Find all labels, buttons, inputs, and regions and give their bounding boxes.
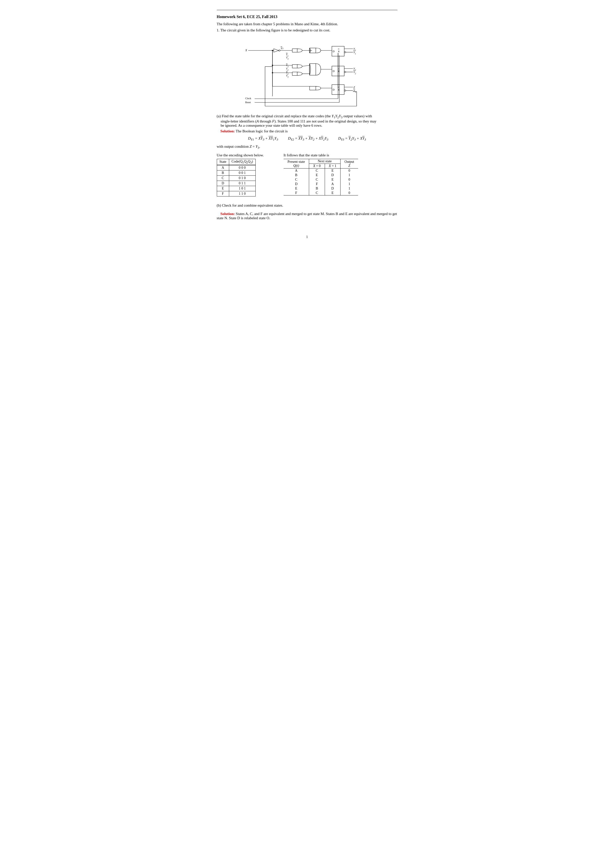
top-rule	[217, 10, 397, 10]
svg-text:Reset: Reset	[245, 101, 251, 104]
equation-dy1: DY1 = XY3 + XY1Y3	[248, 136, 278, 141]
encoding-label: Use the encoding shown below.	[217, 153, 264, 157]
page-title: Homework Set 6, ECE 25, Fall 2013	[217, 15, 397, 19]
table-row: F1 1 0	[217, 191, 256, 196]
page-number: 1	[217, 235, 397, 239]
next-state-section: It follows that the state table is Prese…	[284, 153, 358, 195]
equations-block: DY1 = XY3 + XY1Y3 DY2 = XY3 + XY2 + XY2Y…	[217, 136, 397, 141]
equation-dy2: DY2 = XY3 + XY2 + XY2Y3	[288, 136, 329, 141]
solution-a-text: Solution: The Boolean logic for the circ…	[217, 129, 397, 133]
svg-text:Z: Z	[354, 85, 355, 88]
table-row: E1 0 1	[217, 186, 256, 191]
encoding-left: Use the encoding shown below. State Code…	[217, 153, 264, 197]
svg-text:C: C	[338, 48, 340, 50]
svg-rect-0	[243, 37, 372, 108]
table-row: C0 1 0	[217, 175, 256, 181]
solution-b-label: Solution:	[220, 212, 235, 216]
next-state-table-wrap: Present stateQ(t) Next state OutputZ X =…	[284, 159, 358, 195]
equation-dy3: DY3 = Y2Y3 + XY3	[338, 136, 366, 141]
table-row: B E D 1	[284, 173, 358, 177]
x0-header: X = 0	[309, 164, 325, 169]
circuit-diagram: X Y3 Y1 Y3	[217, 37, 397, 108]
output-condition: with output condition Z = Y3.	[217, 144, 397, 150]
solution-a-label: Solution:	[220, 129, 235, 133]
svg-text:X: X	[245, 48, 247, 52]
encoding-section: Use the encoding shown below. State Code…	[217, 153, 397, 197]
svg-text:D: D	[333, 88, 335, 91]
output-header: OutputZ	[341, 159, 358, 169]
present-state-header: Present stateQ(t)	[284, 159, 309, 169]
table-row: F C E 0	[284, 191, 358, 195]
svg-text:D: D	[333, 70, 335, 73]
next-state-header: Next state	[309, 159, 341, 164]
part-a-label: (a) Find the state table for the origina…	[217, 114, 397, 128]
table-row: B0 0 1	[217, 170, 256, 175]
col-state: State	[217, 159, 229, 165]
part-b-label: (b) Check for and combine equivalent sta…	[217, 203, 397, 208]
encoding-table: State Code(Q1Q2Q3) A0 0 0 B0 0 1 C0 1 0 …	[217, 159, 256, 197]
next-state-label: It follows that the state table is	[284, 153, 358, 157]
table-row: C C E 0	[284, 177, 358, 182]
svg-text:R: R	[338, 50, 340, 53]
svg-text:Y3: Y3	[281, 47, 283, 50]
col-code: Code(Q1Q2Q3)	[229, 159, 256, 165]
next-state-table: Present stateQ(t) Next state OutputZ X =…	[284, 159, 358, 195]
problem1-text: 1. The circuit given in the following fi…	[217, 28, 397, 33]
x1-header: X = 1	[325, 164, 340, 169]
table-row: A0 0 0	[217, 165, 256, 170]
svg-text:D: D	[333, 50, 335, 53]
solution-b-text: Solution: States A, C, and F are equival…	[217, 212, 397, 220]
table-row: D0 1 1	[217, 181, 256, 186]
next-state-header-row: Present stateQ(t) Next state OutputZ	[284, 159, 358, 164]
table-row: E B D 1	[284, 186, 358, 191]
table-row: A C E 0	[284, 169, 358, 173]
part-b-section: (b) Check for and combine equivalent sta…	[217, 203, 397, 220]
svg-text:Clock: Clock	[245, 97, 251, 100]
table-row: D F A 1	[284, 182, 358, 186]
intro-text: The following are taken from chapter 5 p…	[217, 22, 397, 26]
circuit-svg: X Y3 Y1 Y3	[243, 37, 372, 108]
